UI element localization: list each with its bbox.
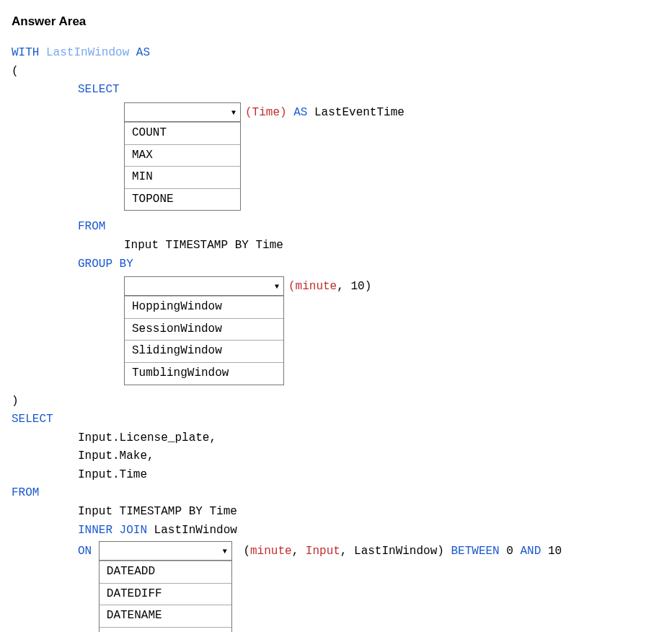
dropdown2-selected[interactable] bbox=[125, 277, 283, 296]
time-arg: (Time) bbox=[245, 106, 287, 119]
as-keyword: AS bbox=[136, 46, 150, 59]
on-prefix: ON bbox=[78, 541, 99, 561]
with-keyword: WITH bbox=[12, 46, 39, 59]
dropdown1-row: COUNT MAX MIN TOPONE (Time) AS LastEvent… bbox=[12, 102, 660, 211]
minute-arg2: minute bbox=[250, 545, 292, 558]
outer-select-keyword: SELECT bbox=[12, 413, 53, 426]
paren-close: ) bbox=[12, 392, 660, 411]
select-col1: Input.License_plate, bbox=[12, 429, 660, 448]
outer-from-line: FROM bbox=[12, 484, 660, 503]
dropdown3-selected[interactable] bbox=[100, 542, 231, 561]
input-arg: Input bbox=[306, 545, 340, 558]
outer-from-keyword: FROM bbox=[12, 486, 39, 499]
dropdown1-option-min[interactable]: MIN bbox=[125, 166, 240, 188]
as-kw2: AS bbox=[287, 106, 314, 119]
num-zero: 0 bbox=[500, 545, 521, 558]
dropdown3-option-datediff[interactable]: DATEDIFF bbox=[100, 583, 231, 605]
window-function-dropdown[interactable]: HoppingWindow SessionWindow SlidingWindo… bbox=[124, 276, 284, 385]
num-10: , 10) bbox=[337, 280, 371, 293]
inner-join-line: INNER JOIN LastInWindow bbox=[12, 522, 660, 540]
paren-open-text: ( bbox=[12, 65, 19, 78]
dropdown1-trailing: (Time) AS LastEventTime bbox=[241, 102, 404, 123]
from2-text: Input TIMESTAMP BY Time bbox=[78, 505, 237, 518]
sel3-text: Input.Time bbox=[78, 468, 147, 481]
dropdown1-option-count[interactable]: COUNT bbox=[125, 122, 240, 144]
groupby-keyword: GROUP BY bbox=[78, 258, 133, 271]
between-keyword: BETWEEN bbox=[451, 545, 499, 558]
dropdown2-option-session[interactable]: SessionWindow bbox=[125, 318, 283, 341]
from-keyword: FROM bbox=[78, 220, 105, 233]
dropdown2-option-hopping[interactable]: HoppingWindow bbox=[125, 296, 283, 318]
join-target: LastInWindow bbox=[147, 524, 237, 537]
dropdown2-option-sliding[interactable]: SlidingWindow bbox=[125, 340, 283, 362]
minute-arg: (minute bbox=[288, 280, 337, 293]
and-keyword1: AND bbox=[521, 545, 541, 558]
date-function-dropdown[interactable]: DATEADD DATEDIFF DATENAME DATEPART bbox=[99, 541, 232, 632]
dropdown1-selected[interactable] bbox=[125, 103, 240, 122]
sel1-text: Input.License_plate, bbox=[78, 431, 216, 444]
comma2: , bbox=[340, 545, 354, 558]
on-row: ON DATEADD DATEDIFF DATENAME DATEPART (m… bbox=[12, 541, 660, 632]
dropdown3-option-dateadd[interactable]: DATEADD bbox=[100, 561, 231, 583]
cte-from-line: FROM bbox=[12, 218, 660, 237]
dropdown2-trailing: (minute, 10) bbox=[284, 276, 371, 297]
aggregate-function-dropdown[interactable]: COUNT MAX MIN TOPONE bbox=[124, 102, 241, 211]
comma1: , bbox=[292, 545, 306, 558]
group-by-line: GROUP BY bbox=[12, 255, 660, 274]
select-keyword: SELECT bbox=[78, 83, 120, 96]
paren-close-text: ) bbox=[12, 395, 19, 408]
dropdown3-option-datename[interactable]: DATENAME bbox=[100, 605, 231, 627]
page-title: Answer Area bbox=[12, 12, 660, 31]
outer-from-body: Input TIMESTAMP BY Time bbox=[12, 503, 660, 522]
on-keyword: ON bbox=[78, 545, 92, 558]
dropdown2-row: HoppingWindow SessionWindow SlidingWindo… bbox=[12, 276, 660, 385]
num-ten: 10 bbox=[541, 545, 562, 558]
outer-select-line: SELECT bbox=[12, 411, 660, 429]
dropdown3-trailing: (minute, Input, LastInWindow) BETWEEN 0 … bbox=[232, 541, 562, 561]
cte-select-line: SELECT bbox=[12, 81, 660, 100]
paren-open3: ( bbox=[236, 545, 250, 558]
dropdown2-option-tumbling[interactable]: TumblingWindow bbox=[125, 362, 283, 385]
lastinwin-arg: LastInWindow) bbox=[354, 545, 451, 558]
select-col2: Input.Make, bbox=[12, 447, 660, 466]
dropdown3-option-datepart[interactable]: DATEPART bbox=[100, 627, 231, 632]
with-line: WITH LastInWindow AS bbox=[12, 44, 660, 63]
paren-open: ( bbox=[12, 63, 660, 82]
lastevent-name: LastEventTime bbox=[314, 106, 404, 119]
cte-name: LastInWindow bbox=[46, 46, 129, 59]
dropdown1-option-max[interactable]: MAX bbox=[125, 144, 240, 167]
sel2-text: Input.Make, bbox=[78, 449, 154, 462]
select-col3: Input.Time bbox=[12, 466, 660, 485]
dropdown1-option-topone[interactable]: TOPONE bbox=[125, 188, 240, 211]
inner-join-keyword: INNER JOIN bbox=[78, 524, 147, 537]
cte-from-body: Input TIMESTAMP BY Time bbox=[12, 237, 660, 255]
input-ts: Input TIMESTAMP BY Time bbox=[124, 239, 283, 252]
